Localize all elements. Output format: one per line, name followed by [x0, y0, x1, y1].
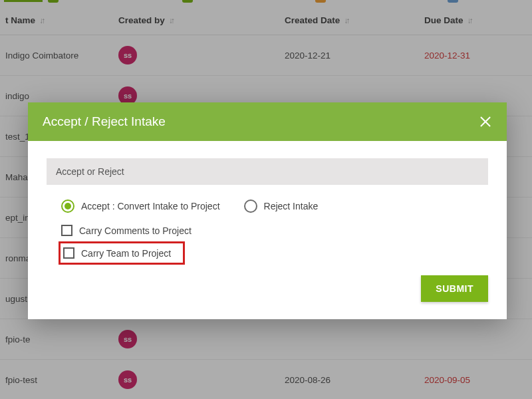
radio-reject[interactable]: Reject Intake: [244, 200, 319, 213]
highlight-box: Carry Team to Project: [59, 241, 185, 265]
modal-title: Accept / Reject Intake: [43, 114, 166, 129]
radio-icon: [61, 200, 74, 213]
carry-team-label: Carry Team to Project: [81, 248, 171, 259]
modal-header: Accept / Reject Intake: [28, 102, 507, 141]
radio-reject-label: Reject Intake: [264, 201, 319, 211]
accept-reject-modal: Accept / Reject Intake Accept or Reject …: [28, 102, 507, 319]
radio-group: Accept : Convert Intake to Project Rejec…: [61, 200, 488, 213]
carry-comments-label: Carry Comments to Project: [79, 225, 192, 236]
radio-accept[interactable]: Accept : Convert Intake to Project: [61, 200, 220, 213]
checkbox-carry-team[interactable]: Carry Team to Project: [63, 247, 171, 259]
checkbox-icon: [63, 247, 74, 259]
radio-accept-label: Accept : Convert Intake to Project: [81, 201, 220, 211]
radio-icon: [244, 200, 257, 213]
close-icon[interactable]: [479, 115, 492, 128]
section-label: Accept or Reject: [47, 158, 488, 185]
checkbox-icon: [61, 225, 72, 236]
submit-button[interactable]: SUBMIT: [421, 275, 488, 302]
checkbox-carry-comments[interactable]: Carry Comments to Project: [61, 225, 488, 236]
